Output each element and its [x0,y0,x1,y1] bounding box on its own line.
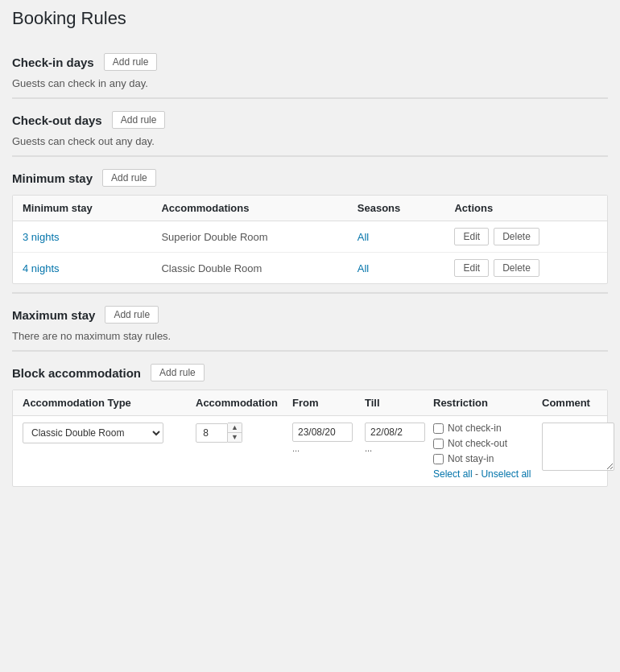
nights-cell: 4 nights [13,253,151,284]
checkin-days-header: Check-in days Add rule [12,53,608,71]
block-accommodation-section: Block accommodation Add rule Accommodati… [12,351,608,495]
maximum-stay-section: Maximum stay Add rule There are no maxim… [12,293,608,350]
checkout-days-header: Check-out days Add rule [12,111,608,129]
table-row: 4 nights Classic Double Room All Edit De… [13,253,607,284]
block-col-type: Accommodation Type [23,397,196,409]
minimum-stay-section: Minimum stay Add rule Minimum stay Accom… [12,156,608,292]
col-accommodations: Accommodations [151,196,347,221]
col-seasons: Seasons [348,196,445,221]
minimum-stay-title: Minimum stay [12,171,93,185]
checkin-days-description: Guests can check in any day. [12,77,608,89]
block-accommodation-title: Block accommodation [12,366,141,380]
page-title: Booking Rules [12,8,608,29]
stepper-down-button[interactable]: ▼ [228,433,242,442]
till-date-ellipsis: ... [365,443,372,453]
comment-textarea[interactable] [542,423,614,471]
block-restriction-cell: Not check-in Not check-out Not stay-in S… [433,423,542,480]
checkin-add-rule-button[interactable]: Add rule [104,53,158,71]
accommodation-type-select[interactable]: Classic Double RoomSuperior Double RoomD… [23,423,163,443]
checkout-days-title: Check-out days [12,113,102,127]
block-col-comment: Comment [542,397,620,409]
seasons-cell: All [348,253,445,284]
restriction-not-stayin-label: Not stay-in [448,453,494,464]
maximum-stay-add-rule-button[interactable]: Add rule [105,306,159,324]
block-col-from: From [292,397,365,409]
delete-button[interactable]: Delete [494,259,539,277]
restriction-not-checkin-label: Not check-in [448,423,502,434]
accommodation-stepper: ▲ ▼ [228,423,242,443]
block-till-cell: ... [365,423,433,442]
restriction-not-stayin-row: Not stay-in [433,453,531,464]
unselect-all-link[interactable]: Unselect all [481,468,531,480]
edit-button[interactable]: Edit [454,259,489,277]
accommodation-cell: Superior Double Room [151,221,347,253]
checkout-days-description: Guests can check out any day. [12,135,608,147]
block-comment-cell [542,423,620,471]
restriction-not-checkout-label: Not check-out [448,438,507,449]
block-col-restriction: Restriction [433,397,542,409]
minimum-stay-table-container: Minimum stay Accommodations Seasons Acti… [12,195,608,284]
block-accommodation-cell: ▲ ▼ [196,423,292,443]
stepper-up-button[interactable]: ▲ [228,423,242,433]
restriction-not-checkout-row: Not check-out [433,438,531,449]
till-date-wrapper: ... [365,423,425,442]
block-col-till: Till [365,397,433,409]
maximum-stay-description: There are no maximum stay rules. [12,330,608,342]
from-date-wrapper [292,423,353,442]
checkin-days-section: Check-in days Add rule Guests can check … [12,41,608,97]
block-col-accommodation: Accommodation [196,397,292,409]
seasons-cell: All [348,221,445,253]
actions-cell: Edit Delete [444,221,607,253]
accommodation-number-group: ▲ ▼ [196,423,242,443]
edit-button[interactable]: Edit [454,228,489,245]
till-date-input[interactable] [365,423,425,442]
minimum-stay-add-rule-button[interactable]: Add rule [102,169,156,187]
restriction-options: Not check-in Not check-out Not stay-in S… [433,423,531,480]
col-actions: Actions [444,196,607,221]
actions-cell: Edit Delete [444,253,607,284]
checkin-days-title: Check-in days [12,56,94,69]
checkout-add-rule-button[interactable]: Add rule [112,111,166,129]
table-row: 3 nights Superior Double Room All Edit D… [13,221,607,253]
block-accommodation-header: Block accommodation Add rule [12,364,608,381]
accommodation-cell: Classic Double Room [151,253,347,284]
block-from-cell [292,423,365,442]
restriction-not-stayin-checkbox[interactable] [433,454,444,464]
restriction-not-checkin-row: Not check-in [433,423,531,434]
delete-button[interactable]: Delete [494,228,539,245]
from-date-input[interactable] [292,423,353,442]
restriction-not-checkin-checkbox[interactable] [433,423,444,434]
block-type-cell: Classic Double RoomSuperior Double RoomD… [23,423,196,443]
page-container: Booking Rules Check-in days Add rule Gue… [0,0,620,503]
block-table-row: Classic Double RoomSuperior Double RoomD… [13,416,607,486]
maximum-stay-header: Maximum stay Add rule [12,306,608,324]
col-minimum-stay: Minimum stay [13,196,151,221]
minimum-stay-header: Minimum stay Add rule [12,169,608,187]
restriction-not-checkout-checkbox[interactable] [433,439,444,449]
block-accommodation-add-rule-button[interactable]: Add rule [151,364,205,381]
maximum-stay-title: Maximum stay [12,308,95,322]
checkout-days-section: Check-out days Add rule Guests can check… [12,98,608,155]
restriction-links-row: Select all - Unselect all [433,468,531,480]
block-accommodation-table-container: Accommodation Type Accommodation From Ti… [12,390,608,487]
nights-cell: 3 nights [13,221,151,253]
block-table-header: Accommodation Type Accommodation From Ti… [13,390,607,416]
restriction-link-separator: - [473,468,482,480]
minimum-stay-table: Minimum stay Accommodations Seasons Acti… [13,196,607,283]
select-all-link[interactable]: Select all [433,468,473,480]
accommodation-number-input[interactable] [196,423,228,443]
